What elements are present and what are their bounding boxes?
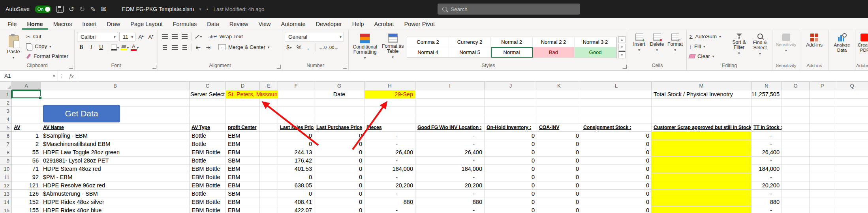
cell-L14[interactable]: 0 [581,198,652,206]
cell-G4[interactable] [314,115,364,123]
cell-O14[interactable] [782,198,810,206]
cell-F11[interactable]: 0 [278,173,314,181]
sort-filter-button[interactable]: Sort & Filter ▾ [729,32,749,62]
cell-D15[interactable]: EBM [226,206,260,213]
cell-H1[interactable]: 29-Sep [364,90,415,99]
menu-tab-view[interactable]: View [253,18,276,30]
addins-button[interactable]: Add-ins [802,32,826,62]
cell-I9[interactable]: - [415,157,485,165]
cell-C8[interactable]: EBM Bottle [190,148,226,157]
cell-B6[interactable]: $Sampling - EBM [41,132,190,140]
cell-K7[interactable]: 0 [537,140,581,148]
cell-Q15[interactable] [835,206,868,213]
cell-M8[interactable] [652,148,752,157]
cell-P1[interactable] [810,90,835,99]
cell-Q11[interactable] [835,173,868,181]
row-header-15[interactable]: 15 [0,206,12,213]
cell-I12[interactable]: 20,200 [415,181,485,190]
autosave-toggle[interactable]: On [35,6,51,13]
cell-Q10[interactable] [835,165,868,173]
column-header-C[interactable]: C [190,82,226,90]
cell-K13[interactable]: 0 [537,190,581,198]
row-header-8[interactable]: 8 [0,148,12,157]
dialog-launcher-icon[interactable] [623,65,627,69]
cell-I14[interactable]: 880 [415,198,485,206]
cell-C12[interactable]: EBM Bottle [190,181,226,190]
cell-J14[interactable]: 0 [485,198,537,206]
cell-I7[interactable]: - [415,140,485,148]
cell-H9[interactable]: - [364,157,415,165]
row-header-2[interactable]: 2 [0,99,12,107]
cell-I15[interactable]: - [415,206,485,213]
cell-M5[interactable]: Customer Scrap approved but still in Sto… [652,123,752,132]
formula-input[interactable] [78,71,868,81]
align-bottom-button[interactable] [180,32,189,41]
cell-M4[interactable] [652,115,752,123]
cell-F6[interactable]: 0 [278,132,314,140]
cell-L7[interactable]: 0 [581,140,652,148]
cell-L11[interactable]: 0 [581,173,652,181]
cell-D14[interactable]: EBM [226,198,260,206]
cell-K3[interactable] [537,107,581,115]
cell-I13[interactable]: - [415,190,485,198]
cell-C7[interactable]: Bottle [190,140,226,148]
cell-K12[interactable]: 0 [537,181,581,190]
sensitivity-button[interactable]: Sensitivity ▾ [775,32,797,62]
dialog-launcher-icon[interactable] [343,65,347,69]
cell-E2[interactable] [260,99,278,107]
cell-K9[interactable]: 0 [537,157,581,165]
cell-A3[interactable] [12,107,41,115]
column-header-D[interactable]: D [226,82,260,90]
cell-H6[interactable]: - [364,132,415,140]
cell-E7[interactable] [260,140,278,148]
cell-G8[interactable]: 0 [314,148,364,157]
cell-L10[interactable]: 0 [581,165,652,173]
row-header-13[interactable]: 13 [0,190,12,198]
cell-C4[interactable] [190,115,226,123]
copy-button[interactable]: Copy▾ [26,42,68,51]
italic-button[interactable]: I [87,43,96,52]
cell-C13[interactable]: Bottle [190,190,226,198]
cell-G15[interactable]: 0 [314,206,364,213]
cell-J1[interactable] [485,90,537,99]
align-left-button[interactable] [160,43,169,52]
percent-style-button[interactable]: % [295,43,303,52]
cell-F12[interactable]: 638.05 [278,181,314,190]
cell-I4[interactable] [415,115,485,123]
style-comma-2[interactable]: Comma 2 [407,37,449,47]
cell-M3[interactable] [652,107,752,115]
align-top-button[interactable] [160,32,169,41]
menu-tab-draw[interactable]: Draw [101,18,125,30]
cell-N1[interactable]: 11,257,505 [752,90,782,99]
cell-O4[interactable] [782,115,810,123]
cell-E9[interactable] [260,157,278,165]
cell-O6[interactable] [782,132,810,140]
cell-L15[interactable]: 0 [581,206,652,213]
cell-I1[interactable] [415,90,485,99]
column-header-Q[interactable]: Q [835,82,868,90]
cell-B13[interactable]: $Abmusterung - SBM [41,190,190,198]
style-normal-4[interactable]: Normal 4 [407,47,449,58]
style-currency-2[interactable]: Currency 2 [449,37,491,47]
format-cells-button[interactable]: ≡ Format ▾ [666,32,684,62]
cell-F15[interactable]: 422.07 [278,206,314,213]
cell-E12[interactable] [260,181,278,190]
cell-Q9[interactable] [835,157,868,165]
cell-O11[interactable] [782,173,810,181]
cell-A1[interactable] [12,90,41,99]
paste-button[interactable]: Paste ▾ [2,32,24,62]
cell-C15[interactable]: EBM Bottle [190,206,226,213]
search-box[interactable]: Search [438,4,580,15]
cell-I6[interactable]: - [415,132,485,140]
cell-L1[interactable] [581,90,652,99]
cell-O10[interactable] [782,165,810,173]
align-middle-button[interactable] [170,32,179,41]
cell-J15[interactable]: 0 [485,206,537,213]
formula-bar-handle[interactable]: ⋮ [58,71,65,81]
cell-F2[interactable] [278,99,314,107]
cell-H12[interactable]: 20,200 [364,181,415,190]
cell-Q14[interactable] [835,198,868,206]
cell-P4[interactable] [810,115,835,123]
conditional-formatting-button[interactable]: Conditional Formatting ▾ [351,32,379,62]
cell-D6[interactable]: EBM [226,132,260,140]
